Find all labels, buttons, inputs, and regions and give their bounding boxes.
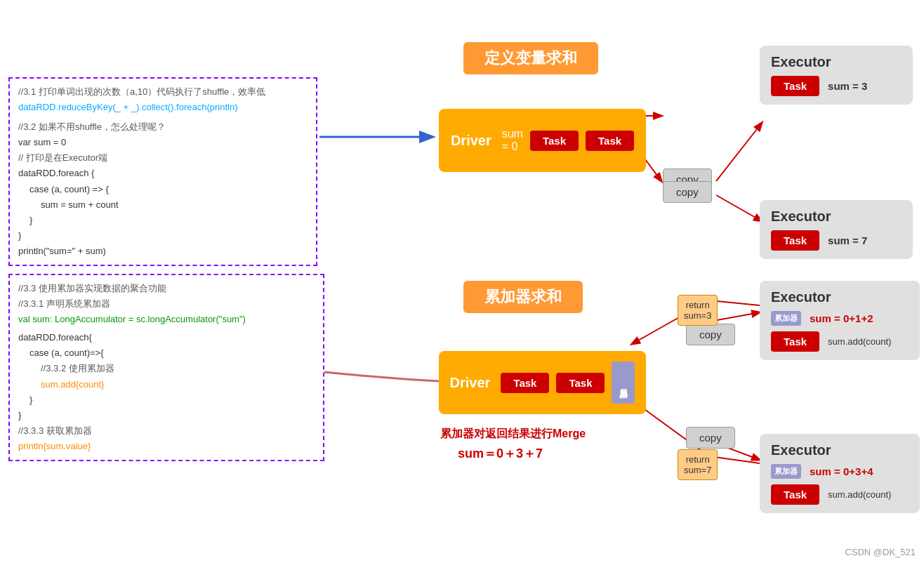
executor-1-label: Executor — [771, 54, 831, 70]
top-section-label-text: 定义变量求和 — [484, 49, 577, 67]
top-executor-2: Executor Task sum = 7 — [760, 200, 913, 259]
bot-code-line-4: dataRDD.foreach{ — [18, 330, 315, 345]
bottom-driver-label: Driver — [450, 375, 491, 391]
executor-bot2-label: Executor — [771, 442, 831, 458]
bot-code-line-2: //3.3.1 声明系统累加器 — [18, 296, 315, 312]
bottom-executor-2: Executor 累加器 sum = 0+3+4 Task sum.add(co… — [760, 434, 920, 513]
executor-2-task[interactable]: Task — [771, 230, 819, 251]
executor-bot1-sum: sum = 0+1+2 — [810, 312, 873, 324]
bottom-driver-box: Driver Task Task 累加器 — [439, 351, 646, 414]
executor-1-task[interactable]: Task — [771, 76, 819, 96]
copy-button-3[interactable]: copy — [686, 324, 735, 345]
code-line-1: //3.1 打印单词出现的次数（a,10）代码执行了shuffle，效率低 — [18, 84, 308, 100]
code-line-10: } — [18, 228, 308, 244]
return-box-1: return sum=3 — [678, 295, 718, 326]
bot-code-line-11: println{sum.value} — [18, 439, 315, 454]
sum-result: sum＝0＋3＋7 — [458, 445, 543, 462]
executor-bot2-task[interactable]: Task — [771, 484, 819, 505]
executor-2-sum: sum = 7 — [828, 234, 867, 246]
top-driver-box: Driver sum = 0 Task Task — [439, 109, 646, 172]
bot-code-line-3: val sum: LongAccumulator = sc.longAccumu… — [18, 312, 315, 327]
code-line-7: case (a, count) => { — [18, 182, 308, 197]
code-line-5: // 打印是在Executor端 — [18, 150, 308, 166]
copy-button-2[interactable]: copy — [663, 181, 712, 203]
driver-accumulator: 累加器 — [612, 362, 635, 404]
merge-text: 累加器对返回结果进行Merge — [440, 427, 586, 442]
bot-code-line-8: } — [18, 392, 315, 408]
bottom-section-label-text: 累加器求和 — [484, 288, 562, 305]
bot-code-line-7: sum.add{count} — [18, 377, 315, 392]
executor-bot2-sum-add: sum.add(count) — [828, 489, 891, 500]
top-driver-task1[interactable]: Task — [530, 131, 579, 151]
bot-code-line-5: case (a, count)=>{ — [18, 345, 315, 361]
top-section-label: 定义变量求和 — [463, 42, 598, 74]
bottom-section-label: 累加器求和 — [463, 281, 583, 313]
bottom-driver-task1[interactable]: Task — [501, 373, 549, 393]
executor-1-sum: sum = 3 — [828, 80, 867, 92]
top-code-box: //3.1 打印单词出现的次数（a,10）代码执行了shuffle，效率低 da… — [8, 77, 317, 266]
bottom-code-box: //3.3 使用累加器实现数据的聚合功能 //3.3.1 声明系统累加器 val… — [8, 274, 324, 461]
bot-code-line-1: //3.3 使用累加器实现数据的聚合功能 — [18, 281, 315, 296]
executor-2-label: Executor — [771, 208, 831, 225]
code-line-3: //3.2 如果不用shuffle，怎么处理呢？ — [18, 119, 308, 135]
code-line-6: dataRDD.foreach { — [18, 166, 308, 181]
bottom-driver-task2[interactable]: Task — [556, 373, 605, 393]
executor-bot1-task[interactable]: Task — [771, 331, 819, 352]
top-driver-task2[interactable]: Task — [586, 131, 634, 151]
bot-code-line-9: } — [18, 408, 315, 423]
executor-bot1-acc: 累加器 — [771, 311, 801, 326]
bot-code-line-6: //3.3.2 使用累加器 — [18, 361, 315, 376]
executor-bot1-label: Executor — [771, 289, 831, 305]
executor-bot2-acc: 累加器 — [771, 464, 801, 479]
bot-code-line-10: //3.3.3 获取累加器 — [18, 423, 315, 439]
copy-button-4[interactable]: copy — [686, 427, 735, 449]
executor-bot1-sum-add: sum.add(count) — [828, 336, 891, 347]
watermark: CSDN @DK_521 — [845, 547, 916, 557]
return-box-2: return sum=7 — [678, 449, 718, 480]
top-executor-1: Executor Task sum = 3 — [760, 46, 913, 105]
top-driver-sum: sum = 0 — [502, 128, 523, 153]
code-line-2: dataRDD.reduceByKey(_ + _).collect().for… — [18, 100, 308, 115]
bottom-executor-1: Executor 累加器 sum = 0+1+2 Task sum.add(co… — [760, 281, 920, 360]
top-driver-label: Driver — [451, 133, 491, 149]
code-line-9: } — [18, 213, 308, 228]
code-line-8: sum = sum + count — [18, 197, 308, 213]
code-line-4: var sum = 0 — [18, 135, 308, 150]
code-line-11: println("sum=" + sum) — [18, 244, 308, 259]
executor-bot2-sum: sum = 0+3+4 — [810, 465, 873, 477]
